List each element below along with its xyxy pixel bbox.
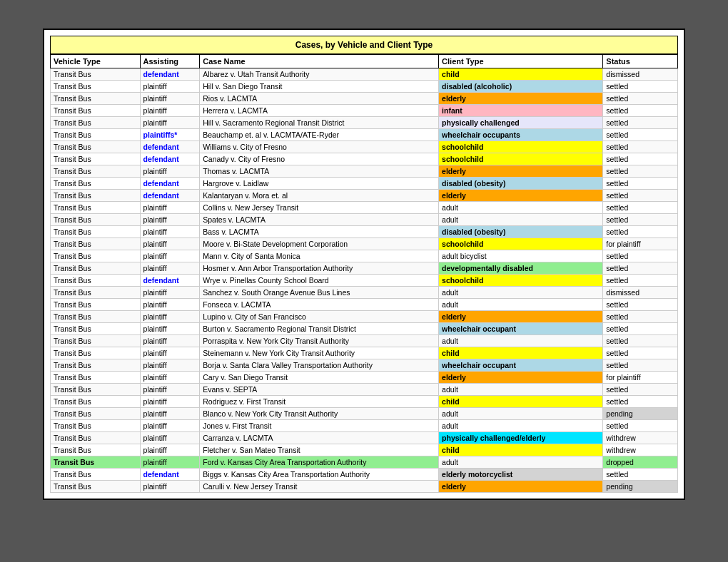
cell-assisting: plaintiff [140, 202, 200, 214]
table-row: Transit BusdefendantWilliams v. City of … [51, 141, 678, 153]
table-row: Transit BusplaintiffFord v. Kansas City … [51, 456, 678, 469]
cell-casename: Williams v. City of Fresno [200, 141, 439, 153]
cell-status: withdrew [603, 432, 678, 444]
cell-vehicle: Transit Bus [51, 202, 141, 214]
cell-assisting: defendant [140, 68, 200, 81]
table-row: Transit BusplaintiffFletcher v. San Mate… [51, 444, 678, 456]
cell-status: settled [603, 93, 678, 105]
cell-clienttype: adult [439, 202, 603, 214]
cell-status: settled [603, 165, 678, 178]
cell-status: settled [603, 81, 678, 93]
cell-vehicle: Transit Bus [51, 105, 141, 117]
table-row: Transit BusplaintiffCarranza v. LACMTAph… [51, 432, 678, 444]
cell-status: settled [603, 178, 678, 190]
cell-status: for plaintiff [603, 372, 678, 384]
cell-clienttype: schoolchild [439, 238, 603, 250]
table-row: Transit BusplaintiffHerrera v. LACMTAinf… [51, 105, 678, 117]
cell-casename: Hill v. Sacramento Regional Transit Dist… [200, 117, 439, 129]
cell-clienttype: adult [439, 299, 603, 311]
cell-status: settled [603, 214, 678, 226]
cell-status: settled [603, 190, 678, 202]
cell-assisting: plaintiff [140, 372, 200, 384]
cell-clienttype: wheelchair occupant [439, 323, 603, 335]
cell-clienttype: schoolchild [439, 153, 603, 165]
cell-clienttype: adult [439, 420, 603, 432]
cell-clienttype: adult [439, 456, 603, 469]
cell-vehicle: Transit Bus [51, 262, 141, 275]
cell-assisting: plaintiff [140, 262, 200, 275]
header-clienttype: Client Type [439, 55, 603, 68]
cell-vehicle: Transit Bus [51, 384, 141, 396]
cell-assisting: plaintiff [140, 299, 200, 311]
table-row: Transit BusplaintiffBorja v. Santa Clara… [51, 359, 678, 372]
table-row: Transit BusplaintiffPorraspita v. New Yo… [51, 335, 678, 347]
cell-status: pending [603, 408, 678, 420]
cell-casename: Moore v. Bi-State Development Corporatio… [200, 238, 439, 250]
cell-clienttype: child [439, 396, 603, 408]
cell-assisting: plaintiff [140, 105, 200, 117]
cell-vehicle: Transit Bus [51, 456, 141, 469]
cell-casename: Collins v. New Jersey Transit [200, 202, 439, 214]
cell-casename: Carranza v. LACMTA [200, 432, 439, 444]
cell-casename: Rodriguez v. First Transit [200, 396, 439, 408]
cell-vehicle: Transit Bus [51, 432, 141, 444]
cell-clienttype: infant [439, 105, 603, 117]
cell-assisting: defendant [140, 275, 200, 287]
cases-table: Vehicle Type Assisting Case Name Client … [50, 54, 678, 493]
table-row: Transit BusplaintiffEvans v. SEPTAadults… [51, 384, 678, 396]
table-row: Transit BusplaintiffMoore v. Bi-State De… [51, 238, 678, 250]
cell-casename: Rios v. LACMTA [200, 93, 439, 105]
cell-status: settled [603, 396, 678, 408]
cell-casename: Canady v. City of Fresno [200, 153, 439, 165]
cell-status: settled [603, 202, 678, 214]
header-assisting: Assisting [140, 55, 200, 68]
cell-clienttype: child [439, 347, 603, 359]
cell-vehicle: Transit Bus [51, 68, 141, 81]
cell-assisting: plaintiff [140, 420, 200, 432]
cell-assisting: plaintiff [140, 359, 200, 372]
table-row: Transit BusplaintiffCollins v. New Jerse… [51, 202, 678, 214]
cell-vehicle: Transit Bus [51, 117, 141, 129]
cell-clienttype: child [439, 444, 603, 456]
cell-vehicle: Transit Bus [51, 190, 141, 202]
cell-clienttype: adult [439, 408, 603, 420]
table-row: Transit BusplaintiffLupino v. City of Sa… [51, 311, 678, 323]
cell-casename: Lupino v. City of San Francisco [200, 311, 439, 323]
table-row: Transit BusplaintiffMann v. City of Sant… [51, 250, 678, 262]
table-row: Transit BusplaintiffThomas v. LACMTAelde… [51, 165, 678, 178]
cell-assisting: plaintiff [140, 444, 200, 456]
cell-vehicle: Transit Bus [51, 275, 141, 287]
cell-assisting: defendant [140, 190, 200, 202]
cell-status: settled [603, 250, 678, 262]
cell-status: settled [603, 105, 678, 117]
cell-casename: Kalantaryan v. Mora et. al [200, 190, 439, 202]
cell-status: dismissed [603, 68, 678, 81]
cell-assisting: plaintiff [140, 226, 200, 238]
cell-status: settled [603, 226, 678, 238]
table-row: Transit BusplaintiffHosmer v. Ann Arbor … [51, 262, 678, 275]
table-row: Transit BusdefendantKalantaryan v. Mora … [51, 190, 678, 202]
cell-vehicle: Transit Bus [51, 81, 141, 93]
cell-vehicle: Transit Bus [51, 408, 141, 420]
cell-assisting: plaintiff [140, 456, 200, 469]
cell-clienttype: elderly [439, 165, 603, 178]
cell-casename: Cary v. San Diego Transit [200, 372, 439, 384]
cell-status: settled [603, 299, 678, 311]
cell-casename: Porraspita v. New York City Transit Auth… [200, 335, 439, 347]
table-row: Transit BusdefendantAlbarez v. Utah Tran… [51, 68, 678, 81]
cell-vehicle: Transit Bus [51, 141, 141, 153]
cell-casename: Ford v. Kansas City Area Transportation … [200, 456, 439, 469]
cell-clienttype: elderly [439, 311, 603, 323]
table-row: Transit BusplaintiffCarulli v. New Jerse… [51, 481, 678, 493]
cell-vehicle: Transit Bus [51, 238, 141, 250]
table-row: Transit BusplaintiffBurton v. Sacramento… [51, 323, 678, 335]
cell-vehicle: Transit Bus [51, 129, 141, 141]
cell-vehicle: Transit Bus [51, 420, 141, 432]
cell-assisting: plaintiff [140, 214, 200, 226]
cell-assisting: plaintiff [140, 323, 200, 335]
cell-vehicle: Transit Bus [51, 165, 141, 178]
cell-vehicle: Transit Bus [51, 323, 141, 335]
table-row: Transit BusplaintiffSteinemann v. New Yo… [51, 347, 678, 359]
table-row: Transit BusplaintiffSpates v. LACMTAadul… [51, 214, 678, 226]
cell-vehicle: Transit Bus [51, 347, 141, 359]
